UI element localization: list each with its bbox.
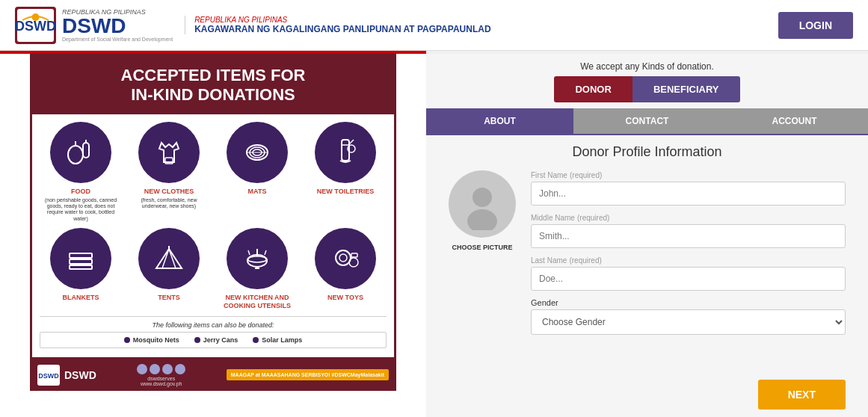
svg-point-33 — [349, 258, 358, 267]
blankets-icon — [62, 240, 99, 277]
clothes-sublabel: (fresh, comfortable, new underwear, new … — [128, 197, 210, 210]
svg-rect-18 — [70, 253, 92, 258]
svg-rect-34 — [351, 253, 357, 257]
infographic: ACCEPTED ITEMS FOR IN-KIND DONATIONS — [30, 54, 396, 391]
middle-name-label: Middle Name (required) — [531, 213, 846, 222]
form-area: Donor Profile Information CHOOSE PICTURE — [426, 135, 868, 374]
last-name-label: Last Name (required) — [531, 256, 846, 265]
dswd-emblem: DSWD — [15, 7, 56, 44]
choose-picture-label: CHOOSE PICTURE — [452, 244, 512, 251]
accept-donation-text: We accept any Kinds of donation. — [426, 54, 868, 76]
footer-social: dswdserves www.dswd.gov.ph — [137, 364, 185, 386]
svg-rect-20 — [70, 265, 92, 269]
toiletries-icon — [327, 134, 364, 171]
form-title: Donor Profile Information — [449, 144, 846, 160]
mosquito-label: Mosquito Nets — [133, 336, 179, 344]
footer-serves: dswdserves — [147, 376, 175, 381]
toiletries-label: NEW TOILETRIES — [317, 188, 374, 196]
svg-point-26 — [247, 256, 267, 262]
svg-point-31 — [336, 250, 351, 265]
kitchen-label: NEW KITCHEN AND COOKING UTENSILS — [216, 294, 298, 310]
svg-marker-8 — [159, 143, 179, 162]
solar-label: Solar Lamps — [262, 336, 302, 344]
twitter-icon — [150, 364, 160, 374]
first-name-input[interactable] — [531, 182, 846, 206]
mats-icon — [238, 134, 276, 171]
login-button[interactable]: LOGIN — [778, 12, 853, 39]
blankets-label: BLANKETS — [63, 294, 99, 302]
also-jerry: Jerry Cans — [194, 336, 238, 344]
svg-rect-19 — [70, 259, 92, 264]
kitchen-icon — [238, 240, 276, 277]
facebook-icon — [137, 364, 147, 374]
instagram-icon — [162, 364, 173, 374]
logo-text: REPUBLIKA NG PILIPINAS DSWD Department o… — [62, 8, 173, 42]
footer-website: www.dswd.gov.ph — [141, 381, 182, 386]
item-toiletries: NEW TOILETRIES — [304, 122, 387, 222]
svg-point-32 — [339, 254, 347, 262]
footer-emblem: DSWD — [37, 365, 60, 386]
avatar-section: CHOOSE PICTURE — [449, 170, 516, 251]
gender-select[interactable]: Choose Gender Male Female Other — [531, 309, 846, 335]
footer-dswd-text: DSWD — [64, 369, 96, 381]
tab-about[interactable]: ABOUT — [426, 108, 573, 134]
also-mosquito: Mosquito Nets — [124, 336, 179, 344]
blankets-icon-circle — [50, 228, 111, 289]
item-food: FOOD (non perishable goods, canned goods… — [40, 122, 122, 222]
header-title-block: REPUBLIKA NG PILIPINAS KAGAWARAN NG KAGA… — [185, 16, 490, 34]
footer-maagap: MAAGAP at MAAASAHANG SERBISYO! #DSWCMayM… — [227, 369, 389, 380]
tab-account[interactable]: ACCOUNT — [721, 108, 868, 134]
middle-name-input[interactable] — [531, 224, 846, 248]
gender-label: Gender — [531, 298, 846, 307]
tents-label: TENTS — [158, 294, 180, 302]
also-donated-text: The following items can also be donated: — [40, 321, 387, 329]
header: DSWD REPUBLIKA NG PILIPINAS DSWD Departm… — [0, 0, 868, 51]
item-kitchen: NEW KITCHEN AND COOKING UTENSILS — [216, 228, 298, 310]
avatar-silhouette — [456, 178, 508, 230]
clothes-label: NEW CLOTHES — [144, 188, 194, 196]
form-fields: First Name (required) Middle Name (requi… — [531, 170, 846, 342]
bullet-mosquito — [124, 337, 130, 343]
svg-rect-6 — [83, 143, 89, 158]
infographic-footer: DSWD DSWD dswdserves www.dswd.gov.ph MAA… — [30, 359, 396, 391]
svg-marker-21 — [156, 249, 182, 268]
toiletries-icon-circle — [315, 122, 376, 183]
bullet-jerry — [194, 337, 200, 343]
first-name-group: First Name (required) — [531, 170, 846, 206]
donor-button[interactable]: DONOR — [554, 76, 632, 102]
tabs-row: ABOUT CONTACT ACCOUNT — [426, 108, 868, 135]
beneficiary-button[interactable]: BENEFICIARY — [632, 76, 740, 102]
profile-row: CHOOSE PICTURE First Name (required) Mid… — [449, 170, 846, 342]
also-items-list: Mosquito Nets Jerry Cans Solar Lamps — [40, 332, 387, 348]
toys-icon-circle — [315, 228, 376, 289]
next-row: NEXT — [426, 374, 868, 417]
logo-dswd-text: DSWD — [62, 16, 173, 37]
right-panel: We accept any Kinds of donation. DONOR B… — [426, 54, 868, 417]
also-solar: Solar Lamps — [253, 336, 302, 344]
jerry-label: Jerry Cans — [203, 336, 238, 344]
food-icon — [62, 134, 99, 171]
svg-marker-22 — [162, 249, 176, 268]
main-content: ACCEPTED ITEMS FOR IN-KIND DONATIONS — [0, 54, 868, 417]
items-grid: FOOD (non perishable goods, canned goods… — [40, 122, 387, 310]
header-kagawaran: KAGAWARAN NG KAGALINGANG PANLIPUNAN AT P… — [194, 24, 490, 34]
kitchen-icon-circle — [227, 228, 288, 289]
food-icon-circle — [50, 122, 111, 183]
tab-contact[interactable]: CONTACT — [573, 108, 721, 134]
left-panel: ACCEPTED ITEMS FOR IN-KIND DONATIONS — [0, 54, 426, 417]
middle-name-required: (required) — [577, 214, 609, 222]
first-name-label: First Name (required) — [531, 170, 846, 179]
header-left: DSWD REPUBLIKA NG PILIPINAS DSWD Departm… — [15, 7, 491, 44]
gender-group: Gender Choose Gender Male Female Other — [531, 298, 846, 335]
clothes-icon-circle — [138, 122, 200, 183]
bullet-solar — [253, 337, 259, 343]
divider — [40, 316, 387, 317]
svg-text:DSWD: DSWD — [38, 372, 59, 380]
logo-box: DSWD REPUBLIKA NG PILIPINAS DSWD Departm… — [15, 7, 173, 44]
infographic-title-line1: ACCEPTED ITEMS FOR — [37, 66, 389, 85]
last-name-group: Last Name (required) — [531, 256, 846, 291]
item-tents: TENTS — [128, 228, 210, 310]
last-name-input[interactable] — [531, 267, 846, 291]
next-button[interactable]: NEXT — [758, 380, 846, 410]
mats-label: MATS — [248, 188, 267, 196]
